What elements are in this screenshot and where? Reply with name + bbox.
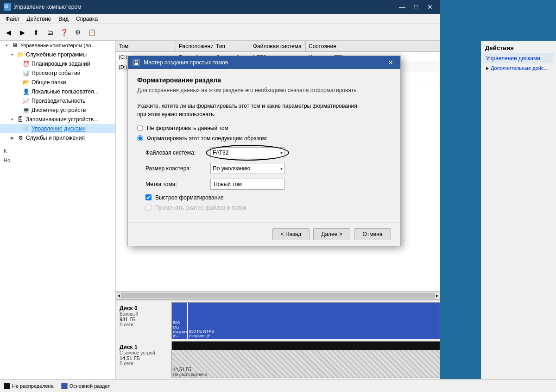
label-field-group: Метка тома: bbox=[145, 179, 391, 190]
format-radio-group: Не форматировать данный том Форматироват… bbox=[137, 125, 391, 142]
sidebar-item-users[interactable]: 👤 Локальные пользовател... bbox=[0, 87, 115, 96]
menu-file[interactable]: Файл bbox=[2, 15, 23, 23]
scroll-right-btn[interactable]: ▸ bbox=[436, 293, 438, 298]
status-k: К bbox=[0, 146, 115, 156]
dialog-title: Мастер создания простых томов bbox=[144, 59, 228, 66]
col-fs[interactable]: Файловая система bbox=[250, 41, 306, 51]
horizontal-scrollbar[interactable]: ◂ ▸ bbox=[116, 291, 440, 299]
col-type[interactable]: Тип bbox=[213, 41, 250, 51]
sidebar: ▾ 🖥 Управление компьютером (ло... ▾ 📁 Сл… bbox=[0, 41, 116, 392]
right-panel-action[interactable]: Дополнительные дейс... bbox=[483, 64, 554, 72]
label-input[interactable] bbox=[210, 179, 284, 190]
menu-bar: Файл Действие Вид Справка bbox=[0, 14, 440, 24]
radio-no-format-row: Не форматировать данный том bbox=[137, 125, 391, 131]
close-button[interactable]: ✕ bbox=[423, 1, 436, 12]
table-header: Том Расположение Тип Файловая система Со… bbox=[116, 41, 440, 52]
legend-unalloc: Не распределена bbox=[4, 383, 54, 389]
no-expand bbox=[15, 61, 20, 67]
sidebar-item-svcapp[interactable]: ▶ ⚙ Службы и приложения bbox=[0, 133, 115, 143]
disk0-partition-main[interactable]: 930 ГБ NTFS Исправен (Р... bbox=[188, 303, 440, 339]
legend-swatch-unalloc bbox=[4, 383, 10, 389]
fat32-highlight-wrapper: FAT32 NTFS exFAT bbox=[210, 147, 284, 158]
disk1-info: Диск 1 Съемное устрой 14,51 ГБ В сети bbox=[116, 341, 171, 378]
sidebar-item-events[interactable]: 📊 Просмотр событий bbox=[0, 68, 115, 78]
col-status[interactable]: Состояние bbox=[306, 41, 440, 51]
cluster-select[interactable]: По умолчанию bbox=[210, 163, 284, 174]
help-button[interactable]: ❓ bbox=[57, 26, 70, 39]
events-icon: 📊 bbox=[22, 69, 30, 77]
back-button[interactable]: < Назад bbox=[272, 228, 310, 240]
maximize-button[interactable]: □ bbox=[410, 1, 423, 12]
cluster-field-group: Размер кластера: По умолчанию bbox=[145, 163, 391, 174]
sidebar-root[interactable]: ▾ 🖥 Управление компьютером (ло... bbox=[0, 41, 115, 50]
sidebar-item-folders[interactable]: 📂 Общие папки bbox=[0, 78, 115, 87]
radio-format-row: Форматировать этот том следующим образом… bbox=[137, 135, 391, 142]
disk1-partitions: 14,51 ГБ Не распределена bbox=[171, 341, 440, 378]
quick-format-label[interactable]: Быстрое форматирование bbox=[155, 194, 224, 201]
window-controls: — □ ✕ bbox=[396, 1, 436, 12]
fs-field-group: Файловая система: FAT32 NTFS exFAT bbox=[145, 147, 391, 158]
disk0-p2-status: Исправен (Р... bbox=[189, 334, 439, 338]
users-icon: 👤 bbox=[22, 88, 30, 95]
fs-select[interactable]: FAT32 NTFS exFAT bbox=[210, 147, 284, 158]
disk1-entry: Диск 1 Съемное устрой 14,51 ГБ В сети 14… bbox=[116, 341, 440, 378]
sidebar-item-disk-mgmt[interactable]: 💿 Управление дисками bbox=[0, 124, 115, 133]
expand-icon-services: ▾ bbox=[9, 52, 15, 57]
fs-select-wrapper: FAT32 NTFS exFAT bbox=[210, 147, 284, 158]
shared-icon: 📂 bbox=[22, 79, 30, 86]
dialog-subtitle: Для сохранения данных на этом разделе ег… bbox=[137, 87, 391, 94]
quick-format-row: Быстрое форматирование bbox=[145, 194, 391, 201]
no-expand-disk bbox=[15, 126, 20, 131]
properties-button[interactable]: ⚙ bbox=[71, 26, 84, 39]
app-icon: ⚙ bbox=[4, 3, 11, 11]
disk1-type-label: Съемное устрой bbox=[120, 350, 168, 355]
forward-button[interactable]: ▶ bbox=[16, 26, 29, 39]
col-tom[interactable]: Том bbox=[116, 41, 176, 51]
window-title: Управление компьютером bbox=[14, 4, 81, 10]
sidebar-item-storage[interactable]: ▾ 🗄 Запоминающие устройств... bbox=[0, 115, 115, 124]
quick-format-checkbox[interactable] bbox=[145, 194, 152, 200]
disk0-partitions: 500 МБ Исправен (F... 930 ГБ NTFS Исправ… bbox=[171, 302, 440, 339]
disk0-entry: Диск 0 Базовый 931 ГБ В сети 500 МБ Испр… bbox=[116, 302, 440, 339]
radio-do-format[interactable] bbox=[137, 135, 143, 141]
toolbar: ◀ ▶ ⬆ 🗂 ❓ ⚙ 📋 bbox=[0, 24, 440, 41]
disk0-p1-size: 500 МБ bbox=[173, 320, 186, 330]
export-button[interactable]: 📋 bbox=[85, 26, 98, 39]
no-expand bbox=[15, 80, 20, 85]
fs-label: Файловая система: bbox=[145, 149, 210, 156]
right-panel: Действия Управление дисками Дополнительн… bbox=[481, 41, 556, 392]
legend-primary: Основной раздел bbox=[61, 383, 111, 389]
show-hide-button[interactable]: 🗂 bbox=[44, 26, 57, 39]
menu-view[interactable]: Вид bbox=[55, 15, 72, 23]
no-expand bbox=[15, 98, 20, 104]
sidebar-item-services[interactable]: ▾ 📁 Служебные программы bbox=[0, 50, 115, 59]
menu-help[interactable]: Справка bbox=[72, 15, 101, 23]
compress-checkbox[interactable] bbox=[145, 205, 152, 211]
right-panel-section[interactable]: Управление дисками bbox=[483, 53, 554, 63]
expand-storage: ▾ bbox=[9, 117, 15, 122]
folder-icon: 📁 bbox=[17, 51, 24, 58]
back-button[interactable]: ◀ bbox=[2, 26, 15, 39]
cancel-button[interactable]: Отмена bbox=[354, 228, 391, 240]
disk1-unalloc-visual: 14,51 ГБ Не распределена bbox=[172, 350, 440, 378]
up-button[interactable]: ⬆ bbox=[30, 26, 43, 39]
sidebar-item-perf[interactable]: 📈 Производительность bbox=[0, 96, 115, 106]
legend-swatch-primary bbox=[61, 383, 68, 389]
minimize-button[interactable]: — bbox=[396, 1, 409, 12]
dialog-close-button[interactable]: ✕ bbox=[385, 58, 396, 67]
disk0-partition-efi[interactable]: 500 МБ Исправен (F... bbox=[172, 303, 188, 339]
scroll-left-btn[interactable]: ◂ bbox=[118, 293, 120, 298]
radio-do-format-label[interactable]: Форматировать этот том следующим образом… bbox=[147, 135, 267, 142]
radio-no-format-label[interactable]: Не форматировать данный том bbox=[147, 125, 228, 131]
menu-action[interactable]: Действие bbox=[23, 15, 55, 23]
disk1-partition-unalloc[interactable]: 14,51 ГБ Не распределена bbox=[172, 342, 440, 378]
label-label: Метка тома: bbox=[145, 181, 210, 187]
sidebar-item-scheduler[interactable]: ⏰ Планировщик заданий bbox=[0, 59, 115, 68]
next-button[interactable]: Далее > bbox=[313, 228, 350, 240]
col-layout[interactable]: Расположение bbox=[176, 41, 213, 51]
sidebar-item-devmgr[interactable]: 💻 Диспетчер устройств bbox=[0, 106, 115, 115]
scroll-thumb[interactable] bbox=[121, 293, 435, 299]
task-icon: ⏰ bbox=[22, 60, 30, 68]
no-expand bbox=[15, 89, 20, 94]
radio-no-format[interactable] bbox=[137, 125, 143, 131]
